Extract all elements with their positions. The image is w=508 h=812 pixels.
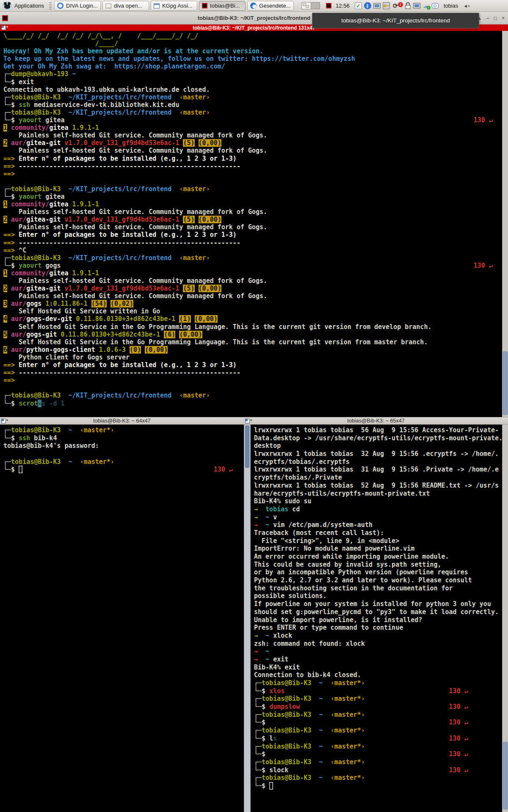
pane-grid-icon[interactable] (1, 25, 6, 30)
right-pane-title: tobias@Bib-K3: ~ 65x47 (244, 418, 508, 424)
left-pane-titlebar[interactable]: tobias@Bib-K3: ~ 64x47 (0, 417, 244, 425)
bluetooth-icon[interactable]: ᛒ (364, 2, 371, 9)
system-tray: ✓ ᛒ ⟳ ! ☁✓ (355, 2, 439, 9)
scrollbar-thumb[interactable] (503, 351, 508, 415)
messenger-icon[interactable] (432, 3, 439, 8)
taskbar-button-terminal[interactable]: tobias@Bi... (199, 1, 246, 11)
panel-clock: 12:56 (336, 3, 350, 9)
pane-grid-icon[interactable] (1, 419, 6, 423)
workspace-pager[interactable] (301, 2, 320, 9)
taskbar-button-thunderbird[interactable]: Gesendete... (247, 1, 294, 11)
taskbar-button-label: tobias@Bi... (210, 3, 240, 9)
minimize-button[interactable]: – (486, 15, 489, 21)
lock-icon[interactable] (405, 2, 411, 9)
scrollbar-thumb[interactable] (503, 742, 508, 809)
desktop-panel: Applications DIVA Login... diva open... … (0, 0, 508, 12)
remote-display-icon[interactable] (413, 3, 420, 8)
kgpg-window-icon (154, 3, 160, 8)
session-user-label: tobias (444, 3, 458, 9)
taskbar-tooltip: tobias@Bib-K3: ~/KIT_projects/lrc/fronte… (312, 13, 479, 28)
xfce-logo-icon (3, 1, 12, 11)
pane-divider[interactable] (244, 425, 251, 812)
close-button[interactable]: × (502, 15, 505, 21)
cloud-sync-icon[interactable]: ☁✓ (422, 2, 430, 9)
notification-terminal-icon[interactable] (326, 3, 331, 8)
taskbar-button-diva-open[interactable]: diva open... (102, 1, 149, 11)
keyring-icon[interactable] (383, 2, 390, 9)
taskbar-button-kgpg[interactable]: KGpg Assi... (151, 1, 197, 11)
terminal-pane-top[interactable]: \____/_/ /_/ /_/ /_/ /_/\__, / /___/____… (0, 31, 502, 417)
top-pane-scrollbar[interactable] (502, 31, 508, 417)
left-pane-title: tobias@Bib-K3: ~ 64x47 (0, 418, 244, 424)
pane-grid-icon[interactable] (245, 419, 250, 423)
volume-muted-icon[interactable]: ◄× (463, 3, 469, 8)
terminal-icon (202, 3, 207, 8)
diva-login-icon (57, 3, 64, 9)
taskbar-button-label: DIVA Login... (66, 3, 98, 9)
applications-menu-label: Applications (14, 3, 44, 9)
thunderbird-icon (250, 3, 257, 9)
terminal-pane-left[interactable]: ┌─tobias@Bib-K3 ~ ‹master*›└─$ ssh bib-k… (0, 425, 244, 812)
panel-separator (49, 2, 52, 10)
document-icon (105, 3, 111, 8)
taskbar-button-label: KGpg Assi... (162, 3, 193, 9)
workspace-1[interactable] (302, 3, 311, 9)
vpn-status-icon[interactable]: ✓ (355, 2, 362, 9)
left-pane-scrollbar-thumb[interactable] (245, 425, 249, 468)
right-pane-titlebar[interactable]: tobias@Bib-K3: ~ 65x47 (244, 417, 508, 425)
applications-menu-button[interactable]: Applications (2, 1, 47, 11)
taskbar-button-label: diva open... (114, 3, 142, 9)
right-pane-scrollbar[interactable] (502, 425, 508, 812)
sync-alert-icon[interactable]: ! (398, 2, 403, 7)
taskbar-button-label: Gesendete... (259, 3, 290, 9)
terminal-pane-right[interactable]: lrwxrwxrwx 1 tobias tobias 56 Aug 9 15:5… (251, 425, 502, 812)
workspace-2[interactable] (311, 3, 320, 9)
taskbar-button-diva-login[interactable]: DIVA Login... (54, 1, 101, 11)
maximize-button[interactable]: □ (494, 15, 497, 21)
display-settings-icon[interactable] (373, 3, 381, 8)
